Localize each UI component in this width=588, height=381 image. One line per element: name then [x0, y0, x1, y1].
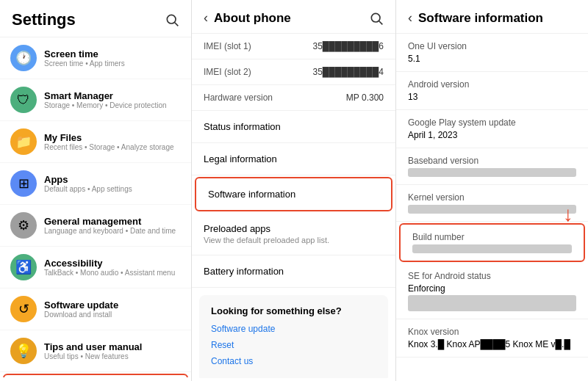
- settings-item-my-files[interactable]: 📁My FilesRecent files • Storage • Analyz…: [0, 121, 191, 163]
- tips-icon: 💡: [10, 338, 37, 364]
- back-arrow-icon-software[interactable]: ‹: [408, 10, 412, 26]
- settings-header: Settings: [0, 0, 191, 37]
- info-row: IMEI (slot 2)35█████████4: [192, 59, 395, 85]
- search-icon[interactable]: [165, 12, 179, 27]
- section-label: Preloaded apps: [204, 223, 384, 234]
- sw-value: ██████████████████████: [408, 205, 576, 214]
- looking-box: Looking for something else?Software upda…: [199, 295, 388, 378]
- info-row: IMEI (slot 1)35█████████6: [192, 34, 395, 59]
- sw-value: 13: [408, 92, 576, 102]
- section-item[interactable]: Status information: [192, 111, 395, 143]
- accessibility-icon: ♿: [10, 254, 37, 280]
- accessibility-subtitle: TalkBack • Mono audio • Assistant menu: [44, 269, 175, 277]
- section-item[interactable]: Preloaded appsView the default preloaded…: [192, 213, 395, 255]
- settings-item-tips[interactable]: 💡Tips and user manualUseful tips • New f…: [0, 330, 191, 372]
- search-icon-about[interactable]: [369, 11, 384, 26]
- svg-point-0: [167, 15, 176, 23]
- settings-item-about-phone[interactable]: ℹAbout phoneStatus • Legal information •…: [3, 374, 188, 377]
- section-item[interactable]: Software information: [195, 177, 392, 211]
- sw-item: SE for Android statusEnforcingSEPF_SM_G7…: [396, 264, 588, 319]
- section-sublabel: View the default preloaded app list.: [204, 236, 384, 244]
- looking-link[interactable]: Reset: [211, 340, 376, 350]
- sw-extra: SEPF_SM_G7910_12_0001 Mon Jun██████2023: [408, 295, 576, 311]
- row-value: 35█████████4: [312, 67, 384, 77]
- my-files-subtitle: Recent files • Storage • Analyze storage: [44, 143, 174, 151]
- section-label: Battery information: [204, 266, 384, 277]
- settings-item-software-update[interactable]: ↺Software updateDownload and install: [0, 289, 191, 330]
- screen-time-title: Screen time: [44, 48, 125, 59]
- sw-item: Build number██████████████████████: [399, 223, 585, 262]
- settings-item-screen-time[interactable]: 🕐Screen timeScreen time • App timers: [0, 37, 191, 79]
- back-arrow-icon[interactable]: ‹: [204, 10, 208, 26]
- tips-subtitle: Useful tips • New features: [44, 352, 142, 360]
- section-item[interactable]: Battery information: [192, 255, 395, 288]
- sw-item: Google Play system updateApril 1, 2023: [396, 110, 588, 148]
- about-header: ‹ About phone: [192, 0, 395, 34]
- screen-time-subtitle: Screen time • App timers: [44, 59, 125, 68]
- smart-manager-icon: 🛡: [10, 87, 37, 113]
- my-files-icon: 📁: [10, 128, 37, 155]
- smart-manager-title: Smart Manager: [44, 90, 167, 101]
- settings-item-accessibility[interactable]: ♿AccessibilityTalkBack • Mono audio • As…: [0, 247, 191, 289]
- accessibility-title: Accessibility: [44, 258, 175, 269]
- sw-label: Build number: [412, 232, 572, 242]
- sw-item: Knox versionKnox 3.█ Knox AP████5 Knox M…: [396, 319, 588, 358]
- software-header: ‹ Software information: [396, 0, 588, 34]
- settings-title: Settings: [12, 10, 76, 29]
- sw-item: Baseband version██████████████████████: [396, 148, 588, 185]
- sw-label: One UI version: [408, 41, 576, 51]
- sw-value: 5.1: [408, 54, 576, 64]
- software-list: ↓ One UI version5.1Android version13Goog…: [396, 34, 588, 378]
- sw-label: Google Play system update: [408, 117, 576, 128]
- software-panel: ‹ Software information ↓ One UI version5…: [396, 0, 588, 381]
- general-management-icon: ⚙: [10, 212, 37, 239]
- row-label: IMEI (slot 2): [204, 67, 251, 77]
- section-label: Software information: [208, 189, 379, 200]
- settings-panel: Settings 🕐Screen timeScreen time • App t…: [0, 0, 192, 381]
- row-value: 35█████████6: [312, 41, 384, 51]
- sw-label: Baseband version: [408, 156, 576, 166]
- my-files-title: My Files: [44, 132, 174, 143]
- smart-manager-subtitle: Storage • Memory • Device protection: [44, 101, 167, 109]
- sw-label: Android version: [408, 79, 576, 90]
- about-title: About phone: [214, 11, 291, 26]
- sw-label: Knox version: [408, 327, 576, 337]
- looking-link[interactable]: Contact us: [211, 356, 376, 366]
- looking-box-title: Looking for something else?: [211, 305, 376, 316]
- sw-label: Kernel version: [408, 192, 576, 203]
- sw-item: Kernel version██████████████████████: [396, 185, 588, 222]
- settings-list: 🕐Screen timeScreen time • App timers🛡Sma…: [0, 37, 191, 377]
- row-label: Hardware version: [204, 92, 273, 103]
- software-update-subtitle: Download and install: [44, 311, 118, 319]
- sw-value: Knox 3.█ Knox AP████5 Knox ME v█.█: [408, 339, 576, 349]
- screen-time-icon: 🕐: [10, 45, 37, 71]
- sw-label: SE for Android status: [408, 271, 576, 281]
- about-content: IMEI (slot 1)35█████████6IMEI (slot 2)35…: [192, 34, 395, 378]
- section-item[interactable]: Legal information: [192, 143, 395, 175]
- section-label: Legal information: [204, 153, 384, 164]
- row-label: IMEI (slot 1): [204, 41, 251, 51]
- software-update-title: Software update: [44, 300, 118, 311]
- row-value: MP 0.300: [346, 92, 384, 103]
- settings-item-smart-manager[interactable]: 🛡Smart ManagerStorage • Memory • Device …: [0, 79, 191, 121]
- settings-item-general-management[interactable]: ⚙General managementLanguage and keyboard…: [0, 205, 191, 247]
- sw-item: Android version13: [396, 72, 588, 110]
- sw-value: ██████████████████████: [408, 168, 576, 177]
- tips-title: Tips and user manual: [44, 341, 142, 352]
- general-management-subtitle: Language and keyboard • Date and time: [44, 227, 176, 235]
- software-update-icon: ↺: [10, 296, 37, 322]
- svg-line-1: [175, 23, 179, 26]
- sw-value: ██████████████████████: [412, 244, 572, 253]
- general-management-title: General management: [44, 216, 176, 227]
- sw-value: Enforcing: [408, 283, 576, 294]
- looking-link[interactable]: Software update: [211, 324, 376, 334]
- settings-item-apps[interactable]: ⊞AppsDefault apps • App settings: [0, 163, 191, 205]
- about-panel: ‹ About phone IMEI (slot 1)35█████████6I…: [192, 0, 396, 381]
- sw-item: One UI version5.1: [396, 34, 588, 72]
- apps-subtitle: Default apps • App settings: [44, 185, 132, 193]
- section-label: Status information: [204, 121, 384, 132]
- svg-point-2: [371, 13, 380, 22]
- svg-line-3: [379, 21, 383, 24]
- software-title: Software information: [418, 11, 543, 26]
- info-row: Hardware versionMP 0.300: [192, 85, 395, 111]
